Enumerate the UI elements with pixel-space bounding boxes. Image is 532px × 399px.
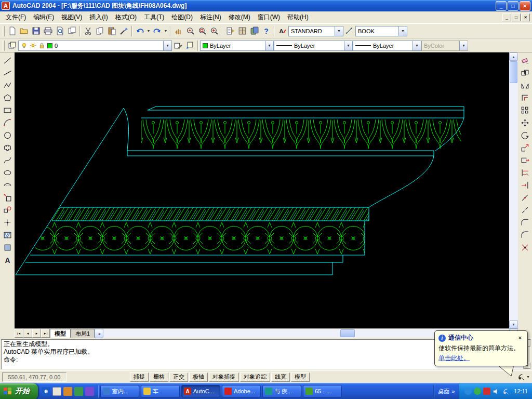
task-65[interactable]: 65 - ... (303, 385, 342, 397)
tray-antivirus-icon[interactable] (474, 388, 481, 395)
tab-model[interactable]: 模型 (50, 329, 71, 338)
layer-combo[interactable]: 0 ▼ (18, 41, 172, 51)
cut-button[interactable] (82, 25, 94, 37)
spline-button[interactable] (1, 154, 14, 166)
trim-button[interactable] (519, 167, 531, 179)
dim-style-button[interactable] (343, 25, 355, 37)
multiline-text-button[interactable] (1, 254, 14, 266)
messenger-icon[interactable] (74, 387, 83, 396)
polygon-button[interactable] (1, 92, 14, 104)
chevron-down-icon[interactable]: ▼ (265, 41, 273, 50)
volume-icon[interactable] (493, 388, 500, 395)
revision-cloud-button[interactable] (1, 142, 14, 154)
ellipse-arc-button[interactable] (1, 179, 14, 191)
chevron-down-icon[interactable]: ▼ (398, 26, 407, 36)
tab-next-button[interactable]: ► (32, 329, 41, 338)
publish-button[interactable] (66, 25, 78, 37)
menu-draw[interactable]: 绘图(D) (168, 11, 196, 23)
menu-view[interactable]: 视图(V) (58, 11, 86, 23)
break-at-point-button[interactable] (519, 192, 531, 204)
grid-toggle[interactable]: 栅格 (150, 373, 168, 382)
designcenter-button[interactable] (236, 25, 248, 37)
make-layer-current-button[interactable] (172, 39, 184, 51)
plot-preview-button[interactable] (54, 25, 66, 37)
tray-im-icon[interactable] (483, 388, 490, 395)
chevron-down-icon[interactable]: ▼ (344, 41, 352, 50)
minimize-button[interactable]: _ (496, 1, 507, 11)
open-button[interactable] (18, 25, 30, 37)
tab-first-button[interactable]: |◄ (15, 329, 23, 338)
tab-layout1[interactable]: 布局1 (71, 329, 95, 338)
restore-button[interactable]: □ (508, 1, 518, 11)
task-autocad[interactable]: AAutoC... (181, 385, 220, 397)
undo-dropdown[interactable]: ▼ (146, 25, 151, 37)
stretch-button[interactable] (519, 154, 531, 166)
status-tray-dropdown[interactable]: ▼ (526, 375, 530, 379)
chevron-down-icon[interactable]: ▼ (413, 41, 421, 50)
save-button[interactable] (30, 25, 42, 37)
tab-last-button[interactable]: ►| (41, 329, 50, 338)
chamfer-button[interactable] (519, 217, 531, 229)
toolbar-grip[interactable] (3, 26, 5, 36)
paste-button[interactable] (106, 25, 118, 37)
rectangle-button[interactable] (1, 104, 14, 116)
array-button[interactable] (519, 104, 531, 116)
point-button[interactable] (1, 217, 14, 229)
task-adobe[interactable]: Adobe... (222, 385, 261, 397)
text-style-button[interactable] (276, 25, 288, 37)
help-button[interactable] (260, 25, 272, 37)
doc-close-button[interactable]: ✕ (521, 14, 530, 21)
dim-style-combo[interactable]: BOOK ▼ (355, 26, 407, 36)
task-chat[interactable]: 与 疾... (262, 385, 301, 397)
insert-block-button[interactable] (1, 192, 14, 204)
show-desktop-icon[interactable] (52, 387, 61, 396)
model-space-canvas[interactable] (15, 52, 509, 328)
menu-dimension[interactable]: 标注(N) (196, 11, 225, 23)
zoom-previous-button[interactable] (208, 25, 220, 37)
overflow-chevron[interactable]: » (451, 388, 455, 394)
zoom-window-button[interactable] (196, 25, 208, 37)
move-button[interactable] (519, 117, 531, 129)
tray-network-icon[interactable] (464, 388, 472, 395)
horizontal-scroll-track[interactable] (103, 329, 340, 338)
plot-button[interactable] (42, 25, 54, 37)
otrack-toggle[interactable]: 对象追踪 (240, 373, 270, 382)
desktop-toolbar[interactable]: 桌面 » (434, 388, 459, 395)
close-button[interactable]: ✕ (520, 1, 530, 11)
ortho-toggle[interactable]: 正交 (169, 373, 188, 382)
text-style-combo[interactable]: STANDARD ▼ (288, 26, 343, 36)
arc-button[interactable] (1, 117, 14, 129)
task-interior[interactable]: 室内... (100, 385, 139, 397)
circle-button[interactable] (1, 129, 14, 141)
linetype-combo[interactable]: ByLayer ▼ (274, 41, 353, 51)
menu-format[interactable]: 格式(O) (112, 11, 140, 23)
scale-button[interactable] (519, 142, 531, 154)
comm-center-tray-icon[interactable] (502, 388, 510, 395)
extend-button[interactable] (519, 179, 531, 191)
erase-button[interactable] (519, 55, 531, 66)
scroll-left-arrow[interactable]: ◄ (95, 329, 103, 338)
offset-button[interactable] (519, 92, 531, 104)
pan-button[interactable] (172, 25, 184, 37)
break-button[interactable] (519, 204, 531, 216)
layer-properties-button[interactable] (6, 39, 18, 51)
tab-prev-button[interactable]: ◄ (23, 329, 32, 338)
menu-modify[interactable]: 修改(M) (225, 11, 254, 23)
tool-palettes-button[interactable] (248, 25, 260, 37)
lineweight-combo[interactable]: ByLayer ▼ (353, 41, 421, 51)
mirror-button[interactable] (519, 79, 531, 91)
horizontal-scroll-thumb[interactable] (340, 329, 355, 337)
lineweight-toggle[interactable]: 线宽 (271, 373, 290, 382)
match-properties-button[interactable] (118, 25, 130, 37)
redo-dropdown[interactable]: ▼ (163, 25, 168, 37)
line-button[interactable] (1, 55, 14, 66)
explode-button[interactable] (519, 242, 531, 254)
task-folder-che[interactable]: 车 (141, 385, 180, 397)
polyline-button[interactable] (1, 79, 14, 91)
internet-explorer-icon[interactable]: e (42, 387, 50, 396)
doc-minimize-button[interactable]: _ (502, 14, 511, 21)
balloon-close-icon[interactable]: ✕ (516, 335, 524, 342)
zoom-realtime-button[interactable] (184, 25, 196, 37)
ellipse-button[interactable] (1, 167, 14, 179)
media-player-icon[interactable] (63, 387, 72, 396)
